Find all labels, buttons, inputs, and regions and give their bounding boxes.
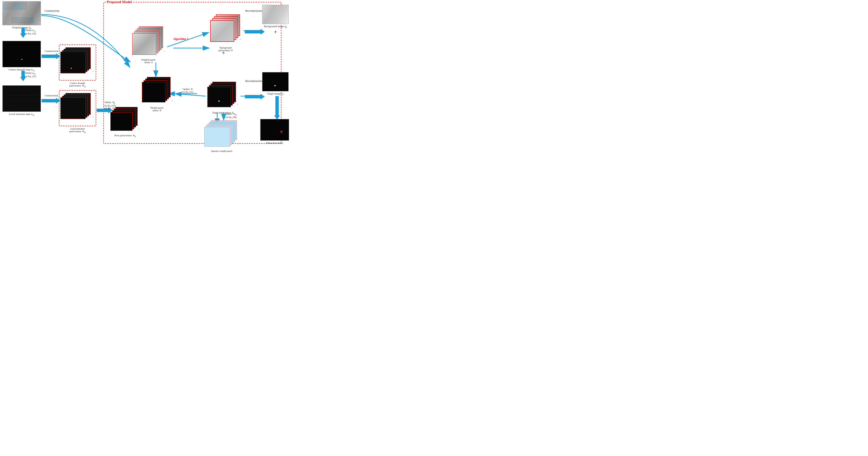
arrow-body-cs — [41, 55, 56, 58]
construction-ls-label: Construction — [44, 94, 58, 97]
bg-image-panel: Background image fB — [262, 5, 289, 28]
box-1: 1 — [4, 3, 10, 9]
weight-tensor-label: Weight patch-tensor 𝒲 — [140, 106, 174, 112]
cs-dot — [22, 59, 22, 60]
update-wsw-label: Update 𝒲swvia Eq. (20) — [216, 112, 245, 119]
wt-layer1 — [142, 82, 165, 102]
orig-tensor-panel: → Original patch-tensor 𝒟 — [132, 27, 165, 64]
box-t: t — [29, 17, 34, 23]
weight-tensor-stack: → — [140, 77, 174, 106]
detect-panel: Detection result — [260, 119, 289, 144]
bg-tensor-label: Backgroundpatch-tensor ℬ — [209, 46, 242, 52]
target-tensor-stack: → — [206, 82, 239, 110]
bt-diag: → — [238, 37, 243, 42]
arrow-reconstruction-top — [245, 29, 265, 35]
arrow-ls-construction — [41, 98, 60, 104]
orig-image-panel: 1 2 3 → t-2 t-1 t → Original image fD — [2, 1, 41, 30]
tt-diag: → — [235, 102, 240, 107]
texture2 — [5, 100, 39, 100]
main-diagram: Proposed Model 1 2 3 → t-2 t-1 t → Origi… — [0, 0, 289, 152]
arrow-target-to-detect — [274, 96, 280, 120]
reconstruction-top-label: Reconstruction — [245, 9, 263, 13]
detect-target-dot — [281, 131, 282, 132]
bg-image-label: Background image fB — [264, 25, 287, 28]
arrow-body-rec-top — [245, 30, 260, 33]
arrow-reconstruction-mid — [245, 94, 265, 99]
sparsity-tensor-stack: → — [203, 120, 241, 149]
cs-tensor-frame: → — [59, 44, 96, 80]
sparsity-tensor-panel: → Sparsity weight patch-tensor 𝒲sw — [203, 120, 241, 152]
ls-map-image — [2, 85, 41, 112]
ls-map-label: Local structure map wm — [9, 112, 34, 116]
tt-layer1 — [207, 87, 231, 107]
detect-image — [260, 119, 289, 141]
cs-layer1 — [60, 52, 86, 73]
bg-result-image — [262, 5, 289, 24]
box-2: 2 — [12, 3, 19, 9]
cs-map-panel: Corner strength map wcs — [2, 41, 41, 72]
cs-tensor-label: Corner strengthpatch-tensor 𝒲cs — [61, 82, 94, 88]
algorithm3-label: Algorithm 3 — [173, 37, 188, 41]
plus-right: + — [274, 28, 277, 36]
ls-tensor-frame: → — [59, 90, 96, 126]
ot-layer1 — [132, 33, 156, 55]
obtain-wm-label: Obtain wmvia Eq. (15) — [25, 72, 36, 78]
orig-tensor-label: Original patch-tensor 𝒟 — [132, 58, 165, 64]
cs-map-image — [2, 41, 41, 67]
arrow-body-detect — [275, 96, 279, 116]
construction-top-label: Construction — [44, 9, 59, 13]
bt-layer1 — [210, 20, 234, 42]
bg-tensor-panel: → Backgroundpatch-tensor ℬ — [209, 14, 242, 52]
arrow-right-top: → — [36, 5, 39, 9]
ls-layer1 — [60, 97, 86, 119]
prior-tensor-stack: → — [110, 107, 141, 133]
arrow-body-ls — [41, 99, 56, 102]
box-3: 3 — [20, 3, 27, 9]
tt-dot — [218, 100, 220, 102]
cs-tensor-dot — [71, 68, 72, 69]
arrow-mid-left: → — [4, 15, 7, 19]
target-image-panel: Target image fT — [262, 72, 289, 96]
arrow-body-2 — [22, 71, 25, 77]
update-w-label: Update 𝒲via Eq. (21) — [173, 88, 202, 93]
wt-diag: → — [169, 98, 174, 103]
reconstruction-mid-label: Reconstruction — [245, 79, 263, 83]
box-t2: t-2 — [12, 17, 20, 23]
target-image-label: Target image fT — [267, 92, 284, 96]
ls-map-panel: Local structure map wm — [2, 85, 41, 116]
obtain-wcs-label: Obtain wcsvia Eq. (14) — [25, 29, 36, 35]
target-result-image — [262, 72, 289, 91]
arrow-body — [22, 28, 25, 34]
cs-tensor-diag: → — [90, 69, 95, 74]
arrow-cs-construction — [41, 53, 60, 59]
plus-bg-target: + — [222, 49, 225, 57]
weight-tensor-panel: → Weight patch-tensor 𝒲 — [140, 77, 174, 112]
ls-tensor-label: Local structurepatch-tensor 𝒲m — [61, 127, 94, 133]
pt-layer1 — [111, 112, 132, 131]
sw-layer1 — [204, 127, 230, 146]
proposed-model-title: Proposed Model — [106, 0, 133, 4]
prior-tensor-panel: → Prior patch-tensor 𝒲p — [110, 107, 141, 137]
ls-tensor-diag: → — [90, 115, 95, 120]
prior-tensor-label: Prior patch-tensor 𝒲p — [110, 134, 141, 137]
target-tensor-panel: → Target patch-tensor 𝒯 — [206, 82, 239, 114]
target-dot — [274, 85, 276, 86]
pt-diag: → — [137, 127, 141, 131]
arrow-head-rec-top — [260, 29, 265, 35]
orig-image: 1 2 3 → t-2 t-1 t → — [2, 1, 41, 25]
arrow-body-rec-mid — [245, 95, 260, 98]
bg-tensor-stack: → — [209, 14, 242, 46]
detect-label: Detection result — [266, 141, 283, 144]
sparsity-tensor-label: Sparsity weight patch-tensor 𝒲sw — [203, 150, 241, 152]
construction-cs-label: Construction — [44, 50, 58, 53]
box-t1: t-1 — [21, 17, 28, 23]
orig-tensor-stack: → — [132, 27, 165, 58]
